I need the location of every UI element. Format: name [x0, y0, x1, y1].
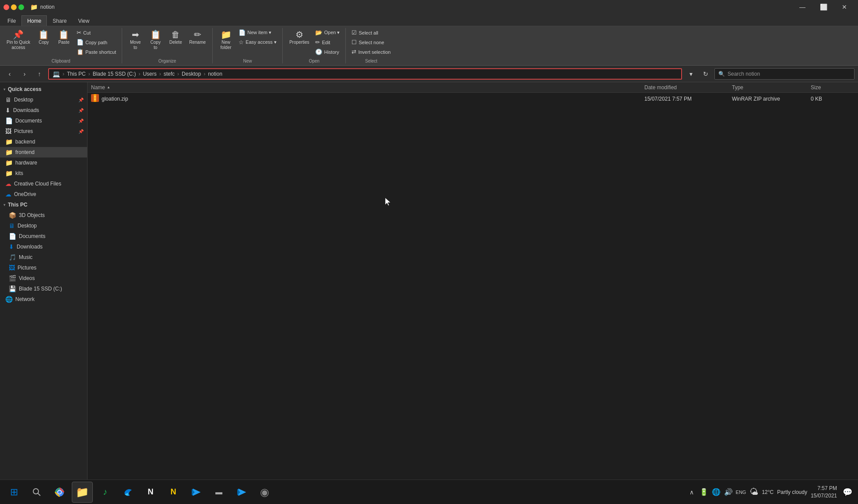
- copy-path-button[interactable]: 📄 Copy path: [74, 38, 118, 47]
- sidebar-item-hardware[interactable]: 📁 hardware: [0, 158, 87, 168]
- up-button[interactable]: ↑: [33, 68, 46, 80]
- start-button[interactable]: ⊞: [4, 482, 25, 503]
- paste-button[interactable]: 📋 Paste: [54, 28, 74, 47]
- easy-access-button[interactable]: ☆ Easy access ▾: [236, 38, 279, 47]
- invert-selection-button[interactable]: ⇄ Invert selection: [349, 47, 393, 56]
- notepad-taskbar-button[interactable]: N: [163, 482, 184, 503]
- select-label: Select: [365, 59, 377, 63]
- col-name-header[interactable]: Name ▲: [91, 84, 644, 91]
- forward-button[interactable]: ›: [18, 68, 31, 80]
- rename-button[interactable]: ✏ Rename: [186, 28, 209, 47]
- dropdown-button[interactable]: ▾: [685, 68, 697, 80]
- sidebar-item-pc-pictures[interactable]: 🖼 Pictures: [0, 262, 87, 273]
- col-size-header[interactable]: Size: [811, 84, 854, 91]
- backend-icon: 📁: [5, 138, 13, 145]
- breadcrumb-thispc[interactable]: This PC: [67, 71, 86, 77]
- sidebar-item-backend[interactable]: 📁 backend: [0, 136, 87, 147]
- window-controls: [4, 4, 24, 10]
- quick-access-header[interactable]: ▾ Quick access: [0, 84, 87, 94]
- sidebar-item-onedrive[interactable]: ☁ OneDrive: [0, 189, 87, 200]
- sidebar-item-music[interactable]: 🎵 Music: [0, 252, 87, 262]
- table-row[interactable]: gloation.zip 15/07/2021 7:57 PM WinRAR Z…: [88, 93, 858, 105]
- explorer-taskbar-button[interactable]: 📁: [72, 482, 93, 503]
- properties-button[interactable]: ⚙ Properties: [286, 28, 313, 47]
- search-box[interactable]: 🔍 Search notion: [714, 68, 854, 80]
- sidebar-item-frontend[interactable]: 📁 frontend: [0, 147, 87, 158]
- downloads-icon: ⬇: [5, 107, 11, 114]
- svg-line-6: [38, 493, 41, 496]
- copy-button[interactable]: 📋 Copy: [34, 28, 53, 47]
- paste-shortcut-button[interactable]: 📋 Paste shortcut: [74, 47, 118, 56]
- cut-button[interactable]: ✂ Cut: [74, 28, 118, 37]
- volume-icon[interactable]: 🔊: [724, 482, 733, 503]
- extra-taskbar-button[interactable]: ◉: [254, 482, 275, 503]
- notion-taskbar-button[interactable]: N: [140, 482, 161, 503]
- minimize-button[interactable]: —: [792, 0, 812, 14]
- copy-path-label: Copy path: [85, 40, 107, 45]
- sidebar-item-kits[interactable]: 📁 kits: [0, 168, 87, 178]
- this-pc-header[interactable]: ▾ This PC: [0, 200, 87, 210]
- new-item-button[interactable]: 📄 New item ▾: [236, 28, 279, 37]
- move-to-button[interactable]: ➡ Moveto: [126, 28, 145, 52]
- tab-share[interactable]: Share: [47, 15, 72, 26]
- notification-button[interactable]: 💬: [840, 485, 854, 499]
- close-button[interactable]: ✕: [834, 0, 854, 14]
- col-date-header[interactable]: Date modified: [644, 84, 732, 91]
- close-traffic-light[interactable]: [4, 4, 9, 10]
- sidebar-item-pc-downloads[interactable]: ⬇ Downloads: [0, 242, 87, 252]
- col-type-header[interactable]: Type: [732, 84, 811, 91]
- sidebar-item-pictures[interactable]: 🖼 Pictures 📌: [0, 126, 87, 136]
- breadcrumb-blade[interactable]: Blade 15 SSD (C:): [93, 71, 136, 77]
- back-button[interactable]: ‹: [4, 68, 16, 80]
- terminal-taskbar-button[interactable]: ▬: [208, 482, 229, 503]
- chrome-taskbar-button[interactable]: [49, 482, 70, 503]
- breadcrumb-stefc[interactable]: stefc: [164, 71, 175, 77]
- tab-home[interactable]: Home: [21, 15, 47, 26]
- battery-icon[interactable]: 🔋: [699, 482, 709, 503]
- organize-label: Organize: [158, 59, 176, 63]
- edge-taskbar-button[interactable]: [117, 482, 138, 503]
- tab-view[interactable]: View: [72, 15, 95, 26]
- address-path[interactable]: 💻 › This PC › Blade 15 SSD (C:) › Users …: [48, 68, 682, 80]
- sidebar-item-network[interactable]: 🌐 Network: [0, 294, 87, 304]
- ribbon-tabs: File Home Share View: [0, 14, 858, 26]
- tab-file[interactable]: File: [2, 15, 21, 26]
- pin-label: Pin to Quickaccess: [7, 40, 30, 50]
- new-folder-button[interactable]: 📁 Newfolder: [216, 28, 236, 52]
- search-taskbar-button[interactable]: [26, 482, 47, 503]
- refresh-button[interactable]: ↻: [700, 68, 712, 80]
- sidebar-item-documents[interactable]: 📄 Documents 📌: [0, 116, 87, 126]
- delete-button[interactable]: 🗑 Delete: [166, 28, 185, 47]
- open-button[interactable]: 📂 Open ▾: [313, 28, 342, 37]
- spotify-taskbar-button[interactable]: ♪: [95, 482, 116, 503]
- breadcrumb-users[interactable]: Users: [143, 71, 156, 77]
- sidebar-item-pc-downloads-label: Downloads: [17, 244, 42, 250]
- breadcrumb-desktop[interactable]: Desktop: [182, 71, 201, 77]
- select-none-button[interactable]: ☐ Select none: [349, 38, 393, 47]
- maximize-button[interactable]: ⬜: [813, 0, 833, 14]
- max-traffic-light[interactable]: [18, 4, 24, 10]
- sidebar-item-downloads[interactable]: ⬇ Downloads 📌: [0, 105, 87, 116]
- min-traffic-light[interactable]: [11, 4, 17, 10]
- network-tray-icon[interactable]: 🌐: [711, 482, 721, 503]
- sidebar-item-creative-cloud[interactable]: ☁ Creative Cloud Files: [0, 178, 87, 189]
- frontend-icon: 📁: [5, 149, 13, 156]
- vscode-taskbar-button[interactable]: [186, 482, 207, 503]
- history-button[interactable]: 🕐 History: [313, 47, 342, 56]
- sidebar-item-videos[interactable]: 🎬 Videos: [0, 273, 87, 284]
- pin-to-quick-access-button[interactable]: 📌 Pin to Quickaccess: [4, 28, 33, 52]
- select-all-button[interactable]: ☑ Select all: [349, 28, 393, 37]
- sidebar-item-3d-objects[interactable]: 📦 3D Objects: [0, 210, 87, 220]
- sidebar-item-blade-ssd[interactable]: 💾 Blade 15 SSD (C:): [0, 284, 87, 294]
- svg-rect-3: [94, 98, 96, 98]
- show-hidden-tray-button[interactable]: ∧: [687, 482, 696, 503]
- sidebar-item-pc-desktop[interactable]: 🖥 Desktop: [0, 220, 87, 231]
- copy-to-button[interactable]: 📋 Copyto: [146, 28, 165, 52]
- sidebar-item-hardware-label: hardware: [15, 160, 37, 166]
- sidebar-item-pc-documents[interactable]: 📄 Documents: [0, 231, 87, 242]
- clock[interactable]: 7:57 PM 15/07/2021: [811, 485, 837, 500]
- breadcrumb-notion[interactable]: notion: [208, 71, 222, 77]
- vscode2-taskbar-button[interactable]: [231, 482, 252, 503]
- edit-button[interactable]: ✏ Edit: [313, 38, 342, 47]
- sidebar-item-desktop[interactable]: 🖥 Desktop 📌: [0, 94, 87, 105]
